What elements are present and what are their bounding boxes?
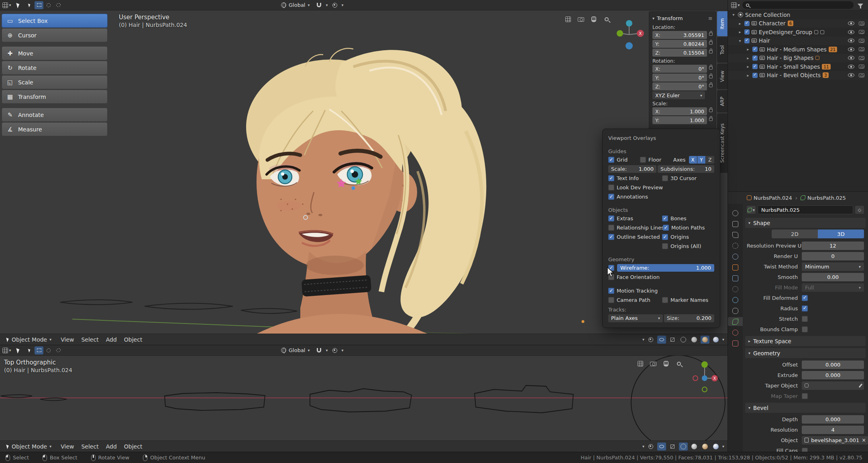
checkbox[interactable] [608, 175, 614, 181]
breadcrumb-data[interactable]: NurbsPath.025 [801, 195, 846, 201]
shading-dropdown[interactable]: ▾ [722, 444, 724, 449]
motion-tracking-toggle[interactable]: Motion Tracking [608, 288, 714, 294]
zoom-view-button[interactable] [674, 360, 683, 368]
datablock-name-field[interactable]: NurbsPath.025 [758, 205, 853, 214]
tool-select-box[interactable]: ▭Select Box [2, 14, 108, 28]
shading-wireframe-button[interactable] [679, 336, 688, 344]
shading-rendered-button[interactable] [711, 336, 720, 344]
outliner-row-hair-bevel-objects[interactable]: ▸ Hair - Bevel Objects 3 [728, 71, 868, 80]
outliner-row-hair-big-shapes[interactable]: ▸ Hair - Big Shapes [728, 54, 868, 63]
fill-deformed-checkbox[interactable] [802, 295, 808, 301]
look-dev-preview-toggle[interactable]: Look Dev Preview [608, 184, 714, 191]
collection-checkbox[interactable] [752, 73, 758, 78]
hide-eye-icon[interactable] [848, 65, 854, 69]
sidebar-tab-item[interactable]: Item [717, 11, 727, 36]
checkbox[interactable] [663, 225, 669, 231]
render-visibility-icon[interactable] [859, 47, 864, 51]
grid-toggle-button[interactable] [636, 360, 645, 368]
snap-dropdown[interactable]: ▾ [326, 348, 328, 352]
fill-mode-dropdown[interactable]: Full▾ [802, 283, 864, 292]
pan-view-button[interactable] [662, 360, 670, 368]
checkbox[interactable] [662, 175, 668, 181]
checkbox[interactable] [608, 297, 614, 303]
grid-scale-field[interactable]: Scale:1.000 [608, 165, 656, 173]
tool-measure[interactable]: ∡Measure [2, 122, 108, 136]
proportional-falloff-dropdown[interactable]: ▾ [342, 3, 344, 7]
checkbox[interactable] [662, 234, 668, 240]
outliner-row-hair-medium-shapes[interactable]: ▸ Hair - Medium Shapes 21 [728, 45, 868, 54]
outliner-row-hair-small-shapes[interactable]: ▸ Hair - Small Shapes 11 [728, 62, 868, 71]
rotation-mode-dropdown[interactable]: XYZ Euler▾ [652, 91, 705, 99]
mode-dropdown[interactable]: Object Mode▾ [3, 336, 55, 343]
grid-toggle-button[interactable] [564, 15, 573, 23]
bones-toggle[interactable]: Bones [662, 215, 714, 221]
hide-eye-icon[interactable] [848, 73, 854, 77]
breadcrumb-object[interactable]: NurbsPath.024 [747, 195, 792, 201]
sidebar-tab-tool[interactable]: Tool [717, 37, 727, 63]
render-visibility-icon[interactable] [859, 30, 864, 34]
rotation-y-field[interactable]: Y:0° [652, 74, 707, 82]
map-taper-checkbox[interactable] [802, 393, 808, 399]
collection-checkbox[interactable] [752, 55, 758, 61]
orientation-dropdown[interactable]: Global ▾ [279, 346, 312, 354]
shading-dropdown[interactable]: ▾ [722, 337, 724, 342]
tab-physics[interactable] [728, 295, 743, 304]
shading-material-button[interactable] [701, 443, 709, 451]
lock-icon[interactable] [709, 66, 713, 70]
show-overlays-toggle[interactable] [657, 336, 666, 344]
menu-add[interactable]: Add [102, 336, 120, 343]
collection-checkbox[interactable] [744, 29, 750, 35]
disclosure-triangle[interactable]: ▸ [738, 21, 742, 26]
outliner-row-scene-collection[interactable]: ▾ Scene Collection [728, 10, 868, 19]
origins-all-toggle[interactable]: Origins (All) [662, 243, 714, 249]
checkbox[interactable] [662, 297, 668, 303]
resolution-preview-u-field[interactable]: 12 [802, 242, 864, 250]
radius-checkbox[interactable] [802, 305, 808, 311]
lock-icon[interactable] [709, 41, 713, 45]
grid-subdivisions-field[interactable]: Subdivisions:10 [658, 165, 714, 173]
panel-menu-icon[interactable]: ≡ [708, 15, 713, 21]
render-visibility-icon[interactable] [859, 22, 864, 25]
tab-scene[interactable] [728, 241, 743, 250]
render-visibility-icon[interactable] [859, 56, 864, 60]
face-orientation-toggle[interactable]: Face Orientation [608, 274, 714, 280]
tool-scale[interactable]: ◱Scale [2, 75, 108, 89]
render-visibility-icon[interactable] [859, 65, 864, 68]
tab-world[interactable] [728, 252, 743, 261]
menu-object[interactable]: Object [120, 443, 146, 450]
checkbox[interactable] [640, 157, 646, 163]
show-gizmo-toggle[interactable] [646, 443, 655, 451]
tab-constraints[interactable] [728, 306, 743, 315]
menu-select[interactable]: Select [77, 336, 102, 343]
select-mode-box[interactable] [35, 346, 43, 354]
checkbox[interactable] [608, 194, 614, 200]
outliner-row-hair[interactable]: ▾ Hair [728, 37, 868, 45]
3d-cursor-toggle[interactable]: 3D Cursor [662, 175, 714, 181]
collection-checkbox[interactable] [752, 47, 758, 52]
bevel-resolution-field[interactable]: 4 [802, 426, 864, 434]
tracks-size-field[interactable]: Size:0.200 [664, 314, 714, 322]
tool-annotate[interactable]: ✎Annotate [2, 108, 108, 122]
hide-eye-icon[interactable] [848, 39, 854, 43]
marker-names-toggle[interactable]: Marker Names [662, 297, 714, 303]
browse-data-dropdown[interactable]: ▾ [747, 206, 756, 214]
shape-panel-header[interactable]: ▾Shape [745, 218, 866, 228]
menu-add[interactable]: Add [102, 443, 120, 450]
shading-solid-button[interactable] [690, 336, 699, 344]
checkbox[interactable] [608, 234, 614, 240]
extrude-field[interactable]: 0.000 [802, 371, 864, 379]
checkbox[interactable] [662, 243, 668, 249]
disclosure-triangle[interactable]: ▸ [746, 47, 750, 51]
tool-rotate[interactable]: ↻Rotate [2, 61, 108, 75]
snap-toggle[interactable] [315, 346, 324, 354]
tab-material[interactable] [728, 328, 743, 337]
disclosure-triangle[interactable]: ▾ [738, 39, 742, 43]
bevel-panel-header[interactable]: ▾Bevel [745, 403, 866, 413]
collection-checkbox[interactable] [752, 64, 758, 69]
select-mode-box[interactable] [35, 1, 43, 9]
text-info-toggle[interactable]: Text Info [608, 175, 660, 181]
disclosure-triangle[interactable]: ▸ [746, 64, 750, 69]
menu-object[interactable]: Object [120, 336, 146, 343]
twist-smooth-field[interactable]: 0.00 [802, 273, 864, 281]
xray-toggle[interactable] [668, 336, 677, 344]
